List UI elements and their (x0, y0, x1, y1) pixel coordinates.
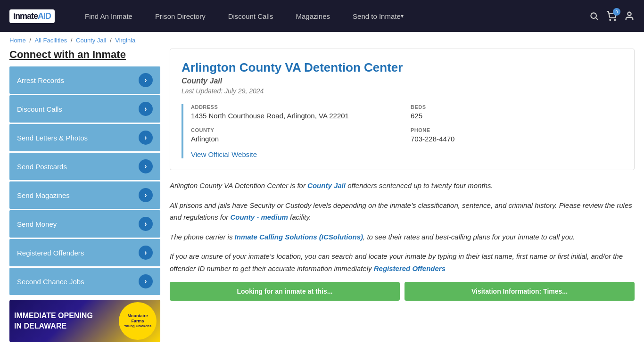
desc-ics-link[interactable]: Inmate Calling Solutions (ICSolutions) (235, 233, 363, 241)
sidebar-label-send-letters: Send Letters & Photos (17, 134, 88, 142)
sidebar-arrow-second-chance-jobs: › (139, 274, 153, 288)
ad-line2: IN DELAWARE (14, 321, 93, 331)
sidebar-arrow-send-magazines: › (139, 188, 153, 202)
county-block: COUNTY Arlington (191, 127, 403, 143)
breadcrumb-all-facilities[interactable]: All Facilities (35, 37, 67, 44)
desc-registered-offenders-link[interactable]: Registered Offenders (374, 264, 446, 272)
sidebar-arrow-send-letters: › (139, 131, 153, 145)
desc-para2: All prisons and jails have Security or C… (170, 199, 635, 223)
desc-para3-suffix: , to see their rates and best-calling pl… (363, 233, 575, 241)
search-icon (589, 11, 599, 21)
nav-discount-calls[interactable]: Discount Calls (217, 0, 285, 32)
nav-links: Find An Inmate Prison Directory Discount… (74, 0, 589, 32)
official-website-link[interactable]: View Official Website (191, 150, 257, 158)
sidebar-item-second-chance-jobs[interactable]: Second Chance Jobs › (9, 268, 160, 295)
svg-point-0 (591, 13, 596, 18)
breadcrumb-virginia[interactable]: Virginia (115, 37, 135, 44)
nav-magazines[interactable]: Magazines (285, 0, 342, 32)
user-button[interactable] (624, 11, 635, 21)
sidebar-arrow-send-money: › (139, 217, 153, 231)
nav-icons: 0 (589, 11, 635, 21)
logo[interactable]: inmateAID (9, 9, 55, 23)
desc-para3-prefix: The phone carrier is (170, 233, 235, 241)
desc-para2-suffix: facility. (288, 213, 311, 221)
sidebar-menu: Arrest Records › Discount Calls › Send L… (9, 66, 160, 295)
cart-button[interactable]: 0 (606, 11, 617, 21)
svg-point-3 (614, 19, 615, 20)
sidebar-arrow-arrest-records: › (139, 73, 153, 87)
county-label: COUNTY (191, 127, 403, 133)
facility-info: ADDRESS 1435 North Courthouse Road, Arli… (182, 104, 623, 158)
facility-name: Arlington County VA Detention Center (182, 60, 623, 75)
user-icon (624, 11, 635, 21)
desc-para1: Arlington County VA Detention Center is … (170, 180, 635, 192)
sidebar-label-send-magazines: Send Magazines (17, 191, 70, 199)
phone-value: 703-228-4470 (411, 135, 623, 143)
beds-label: BEDS (411, 104, 623, 110)
desc-para3: The phone carrier is Inmate Calling Solu… (170, 231, 635, 243)
desc-para1-prefix: Arlington County VA Detention Center is … (170, 181, 307, 189)
facility-description: Arlington County VA Detention Center is … (170, 180, 635, 301)
ad-text: IMMEDIATE OPENING IN DELAWARE (9, 306, 98, 337)
sidebar-label-send-money: Send Money (17, 220, 57, 228)
sidebar-label-registered-offenders: Registered Offenders (17, 249, 84, 257)
beds-block: BEDS 625 (411, 104, 623, 120)
sidebar: Connect with an Inmate Arrest Records › … (9, 49, 160, 342)
breadcrumb-county-jail[interactable]: County Jail (76, 37, 106, 44)
svg-point-2 (610, 19, 611, 20)
logo-aid-text: AID (38, 11, 51, 21)
svg-point-4 (627, 12, 631, 16)
sidebar-item-send-money[interactable]: Send Money › (9, 210, 160, 238)
main-layout: Connect with an Inmate Arrest Records › … (0, 49, 644, 342)
sidebar-item-arrest-records[interactable]: Arrest Records › (9, 66, 160, 94)
desc-para4: If you are unsure of your inmate’s locat… (170, 250, 635, 274)
desc-para1-suffix: offenders sentenced up to twenty four mo… (346, 181, 493, 189)
sidebar-arrow-send-postcards: › (139, 159, 153, 173)
sidebar-label-second-chance-jobs: Second Chance Jobs (17, 278, 84, 286)
main-content: Arlington County VA Detention Center Cou… (170, 49, 635, 342)
visitation-info-button[interactable]: Visitation Information: Times... (405, 282, 635, 301)
phone-label: PHONE (411, 127, 623, 133)
nav-prison-directory[interactable]: Prison Directory (144, 0, 217, 32)
address-block: ADDRESS 1435 North Courthouse Road, Arli… (191, 104, 403, 120)
navigation: inmateAID Find An Inmate Prison Director… (0, 0, 644, 32)
sidebar-item-send-magazines[interactable]: Send Magazines › (9, 181, 160, 209)
desc-county-medium-link[interactable]: County - medium (230, 213, 288, 221)
desc-county-jail-link[interactable]: County Jail (307, 181, 346, 189)
address-value: 1435 North Courthouse Road, Arlington, V… (191, 112, 403, 120)
ad-logo: MountaireFarmsYoung Chickens (119, 302, 157, 340)
logo-inmate-text: inmate (13, 11, 38, 21)
search-button[interactable] (589, 11, 599, 21)
breadcrumb: Home / All Facilities / County Jail / Vi… (0, 32, 644, 49)
nav-find-inmate[interactable]: Find An Inmate (74, 0, 144, 32)
address-label: ADDRESS (191, 104, 403, 110)
beds-value: 625 (411, 112, 623, 120)
nav-send-to-inmate[interactable]: Send to Inmate (341, 0, 415, 32)
sidebar-title: Connect with an Inmate (9, 49, 160, 61)
sidebar-arrow-registered-offenders: › (139, 246, 153, 260)
svg-line-1 (596, 18, 598, 20)
facility-last-updated: Last Updated: July 29, 2024 (182, 87, 623, 95)
sidebar-item-discount-calls[interactable]: Discount Calls › (9, 95, 160, 123)
sidebar-label-send-postcards: Send Postcards (17, 163, 67, 171)
sidebar-label-discount-calls: Discount Calls (17, 105, 62, 113)
sidebar-item-send-letters[interactable]: Send Letters & Photos › (9, 124, 160, 151)
ad-banner[interactable]: IMMEDIATE OPENING IN DELAWARE MountaireF… (9, 300, 160, 342)
ad-line1: IMMEDIATE OPENING (14, 311, 93, 321)
sidebar-arrow-discount-calls: › (139, 102, 153, 116)
phone-block: PHONE 703-228-4470 (411, 127, 623, 143)
looking-for-inmate-button[interactable]: Looking for an inmate at this... (170, 282, 400, 301)
info-grid: ADDRESS 1435 North Courthouse Road, Arli… (191, 104, 623, 143)
sidebar-item-send-postcards[interactable]: Send Postcards › (9, 153, 160, 180)
sidebar-label-arrest-records: Arrest Records (17, 76, 64, 84)
bottom-buttons: Looking for an inmate at this... Visitat… (170, 282, 635, 301)
facility-card: Arlington County VA Detention Center Cou… (170, 49, 635, 170)
ad-logo-container: MountaireFarmsYoung Chickens (115, 300, 160, 342)
facility-type: County Jail (182, 77, 623, 85)
sidebar-item-registered-offenders[interactable]: Registered Offenders › (9, 239, 160, 266)
breadcrumb-home[interactable]: Home (9, 37, 26, 44)
county-value: Arlington (191, 135, 403, 143)
cart-count: 0 (613, 8, 620, 16)
